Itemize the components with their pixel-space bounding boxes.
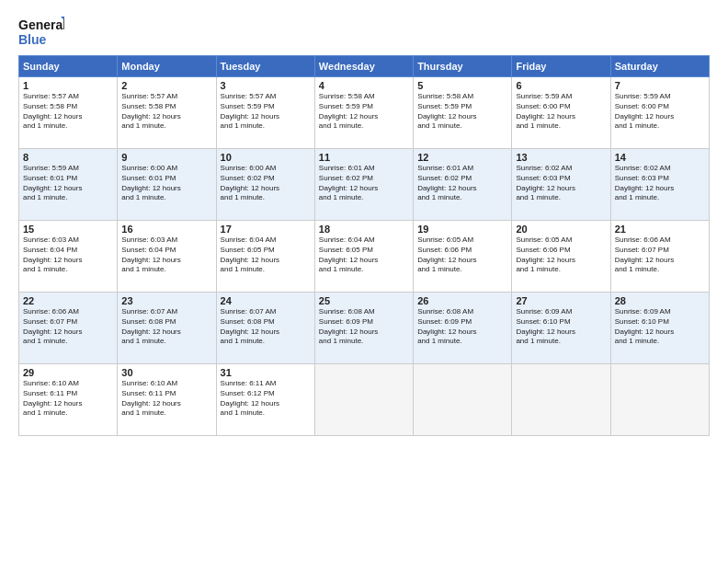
header-saturday: Saturday (610, 56, 709, 77)
calendar-cell: 8Sunrise: 5:59 AM Sunset: 6:01 PM Daylig… (19, 149, 118, 221)
day-info: Sunrise: 6:01 AM Sunset: 6:02 PM Dayligh… (417, 164, 507, 203)
day-info: Sunrise: 6:07 AM Sunset: 6:08 PM Dayligh… (121, 307, 211, 347)
day-info: Sunrise: 6:06 AM Sunset: 6:07 PM Dayligh… (615, 236, 705, 275)
calendar-week-5: 29Sunrise: 6:10 AM Sunset: 6:11 PM Dayli… (19, 364, 710, 436)
calendar-cell: 30Sunrise: 6:10 AM Sunset: 6:11 PM Dayli… (118, 364, 216, 436)
calendar-cell: 3Sunrise: 5:57 AM Sunset: 5:59 PM Daylig… (216, 77, 314, 149)
calendar-week-4: 22Sunrise: 6:06 AM Sunset: 6:07 PM Dayli… (19, 293, 710, 364)
day-number: 25 (319, 295, 409, 306)
calendar-cell (314, 364, 413, 436)
calendar-table: SundayMondayTuesdayWednesdayThursdayFrid… (18, 55, 710, 436)
calendar-cell (414, 364, 512, 436)
header-wednesday: Wednesday (314, 56, 413, 77)
calendar-cell: 18Sunrise: 6:04 AM Sunset: 6:05 PM Dayli… (314, 221, 413, 293)
day-info: Sunrise: 5:57 AM Sunset: 5:58 PM Dayligh… (23, 92, 113, 132)
calendar-cell: 10Sunrise: 6:00 AM Sunset: 6:02 PM Dayli… (216, 149, 314, 221)
day-number: 27 (516, 295, 606, 306)
day-number: 3 (221, 80, 311, 91)
day-info: Sunrise: 6:00 AM Sunset: 6:01 PM Dayligh… (121, 164, 211, 203)
day-number: 22 (23, 295, 113, 306)
day-number: 24 (221, 295, 311, 306)
day-number: 8 (23, 152, 113, 163)
day-number: 7 (615, 80, 705, 91)
day-info: Sunrise: 5:59 AM Sunset: 6:01 PM Dayligh… (23, 164, 113, 203)
day-info: Sunrise: 6:05 AM Sunset: 6:06 PM Dayligh… (417, 236, 507, 275)
day-info: Sunrise: 6:09 AM Sunset: 6:10 PM Dayligh… (615, 307, 705, 347)
day-info: Sunrise: 6:06 AM Sunset: 6:07 PM Dayligh… (23, 307, 113, 347)
day-number: 26 (417, 295, 507, 306)
day-number: 5 (417, 80, 507, 91)
calendar-cell: 31Sunrise: 6:11 AM Sunset: 6:12 PM Dayli… (216, 364, 314, 436)
calendar-cell: 28Sunrise: 6:09 AM Sunset: 6:10 PM Dayli… (610, 293, 709, 364)
logo: General Blue (18, 15, 64, 48)
day-number: 23 (121, 295, 211, 306)
header-thursday: Thursday (414, 56, 512, 77)
day-info: Sunrise: 6:07 AM Sunset: 6:08 PM Dayligh… (221, 307, 311, 347)
day-number: 2 (121, 80, 211, 91)
day-number: 11 (319, 152, 409, 163)
svg-text:Blue: Blue (18, 32, 47, 47)
day-number: 4 (319, 80, 409, 91)
day-info: Sunrise: 6:03 AM Sunset: 6:04 PM Dayligh… (121, 236, 211, 275)
header-sunday: Sunday (19, 56, 118, 77)
day-info: Sunrise: 6:05 AM Sunset: 6:06 PM Dayligh… (516, 236, 606, 275)
day-number: 13 (516, 152, 606, 163)
calendar-cell: 26Sunrise: 6:08 AM Sunset: 6:09 PM Dayli… (414, 293, 512, 364)
day-number: 29 (23, 367, 113, 378)
calendar-cell (512, 364, 610, 436)
calendar-week-1: 1Sunrise: 5:57 AM Sunset: 5:58 PM Daylig… (19, 77, 710, 149)
day-number: 6 (516, 80, 606, 91)
page: General Blue SundayMondayTuesdayWednesda… (0, 0, 728, 563)
calendar-cell (610, 364, 709, 436)
logo-svg: General Blue (18, 15, 64, 48)
day-info: Sunrise: 5:58 AM Sunset: 5:59 PM Dayligh… (319, 92, 409, 132)
day-number: 10 (221, 152, 311, 163)
calendar-cell: 12Sunrise: 6:01 AM Sunset: 6:02 PM Dayli… (414, 149, 512, 221)
calendar-cell: 13Sunrise: 6:02 AM Sunset: 6:03 PM Dayli… (512, 149, 610, 221)
svg-text:General: General (18, 17, 64, 32)
header-tuesday: Tuesday (216, 56, 314, 77)
header-row: SundayMondayTuesdayWednesdayThursdayFrid… (19, 56, 710, 77)
day-info: Sunrise: 6:09 AM Sunset: 6:10 PM Dayligh… (516, 307, 606, 347)
calendar-week-3: 15Sunrise: 6:03 AM Sunset: 6:04 PM Dayli… (19, 221, 710, 293)
day-number: 14 (615, 152, 705, 163)
day-number: 20 (516, 224, 606, 235)
day-number: 28 (615, 295, 705, 306)
day-info: Sunrise: 6:02 AM Sunset: 6:03 PM Dayligh… (615, 164, 705, 203)
day-info: Sunrise: 6:04 AM Sunset: 6:05 PM Dayligh… (319, 236, 409, 275)
day-info: Sunrise: 6:04 AM Sunset: 6:05 PM Dayligh… (221, 236, 311, 275)
day-number: 31 (221, 367, 311, 378)
calendar-cell: 16Sunrise: 6:03 AM Sunset: 6:04 PM Dayli… (118, 221, 216, 293)
day-info: Sunrise: 5:59 AM Sunset: 6:00 PM Dayligh… (615, 92, 705, 132)
calendar-cell: 6Sunrise: 5:59 AM Sunset: 6:00 PM Daylig… (512, 77, 610, 149)
day-number: 17 (221, 224, 311, 235)
day-info: Sunrise: 6:08 AM Sunset: 6:09 PM Dayligh… (417, 307, 507, 347)
calendar-cell: 25Sunrise: 6:08 AM Sunset: 6:09 PM Dayli… (314, 293, 413, 364)
day-info: Sunrise: 6:10 AM Sunset: 6:11 PM Dayligh… (121, 379, 211, 419)
day-info: Sunrise: 5:57 AM Sunset: 5:58 PM Dayligh… (121, 92, 211, 132)
header: General Blue (18, 15, 710, 48)
day-info: Sunrise: 6:01 AM Sunset: 6:02 PM Dayligh… (319, 164, 409, 203)
calendar-cell: 15Sunrise: 6:03 AM Sunset: 6:04 PM Dayli… (19, 221, 118, 293)
calendar-week-2: 8Sunrise: 5:59 AM Sunset: 6:01 PM Daylig… (19, 149, 710, 221)
calendar-cell: 22Sunrise: 6:06 AM Sunset: 6:07 PM Dayli… (19, 293, 118, 364)
day-info: Sunrise: 5:59 AM Sunset: 6:00 PM Dayligh… (516, 92, 606, 132)
calendar-cell: 19Sunrise: 6:05 AM Sunset: 6:06 PM Dayli… (414, 221, 512, 293)
calendar-cell: 2Sunrise: 5:57 AM Sunset: 5:58 PM Daylig… (118, 77, 216, 149)
calendar-cell: 24Sunrise: 6:07 AM Sunset: 6:08 PM Dayli… (216, 293, 314, 364)
day-info: Sunrise: 6:11 AM Sunset: 6:12 PM Dayligh… (221, 379, 311, 419)
calendar-cell: 21Sunrise: 6:06 AM Sunset: 6:07 PM Dayli… (610, 221, 709, 293)
header-friday: Friday (512, 56, 610, 77)
day-number: 21 (615, 224, 705, 235)
day-number: 19 (417, 224, 507, 235)
header-monday: Monday (118, 56, 216, 77)
day-number: 9 (121, 152, 211, 163)
day-number: 16 (121, 224, 211, 235)
day-info: Sunrise: 6:00 AM Sunset: 6:02 PM Dayligh… (221, 164, 311, 203)
day-number: 1 (23, 80, 113, 91)
day-number: 30 (121, 367, 211, 378)
day-info: Sunrise: 5:57 AM Sunset: 5:59 PM Dayligh… (221, 92, 311, 132)
calendar-cell: 29Sunrise: 6:10 AM Sunset: 6:11 PM Dayli… (19, 364, 118, 436)
day-number: 12 (417, 152, 507, 163)
calendar-cell: 20Sunrise: 6:05 AM Sunset: 6:06 PM Dayli… (512, 221, 610, 293)
